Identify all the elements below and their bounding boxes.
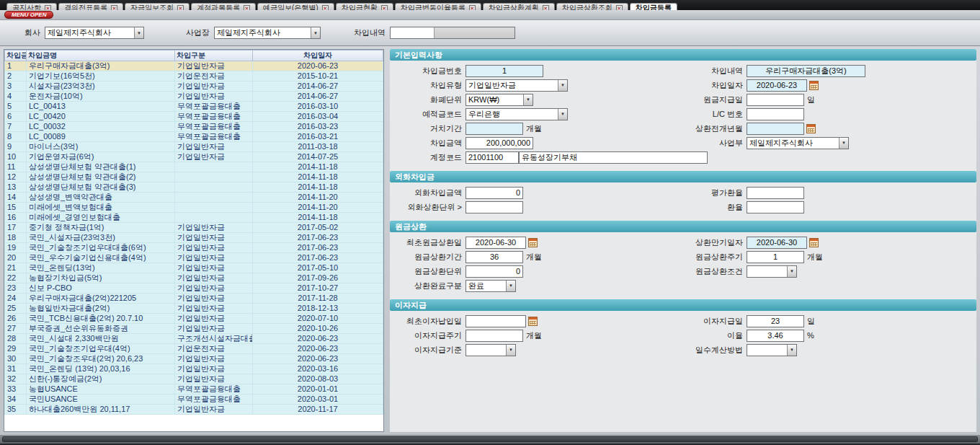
field-input[interactable] bbox=[466, 137, 533, 149]
tab-close-icon[interactable]: ✕ bbox=[244, 5, 250, 11]
tab-예금일보(은행별)[interactable]: 예금일보(은행별)✕ bbox=[257, 3, 334, 10]
tab-차입금현황[interactable]: 차입금현황✕ bbox=[336, 3, 393, 10]
tab-결의전표등록[interactable]: 결의전표등록✕ bbox=[58, 3, 123, 10]
tab-차입금상환조회[interactable]: 차입금상환조회✕ bbox=[556, 3, 628, 10]
tab-close-icon[interactable]: ✕ bbox=[543, 5, 549, 11]
table-row[interactable]: 25농협일반자금대출(2억)기업일반자금2018-12-13 bbox=[5, 304, 383, 314]
field-input[interactable] bbox=[747, 79, 807, 92]
field-input[interactable] bbox=[466, 65, 543, 77]
table-row[interactable]: 23신보 P-CBO기업일반자금2017-10-27 bbox=[5, 283, 383, 294]
tab-계정과목등록[interactable]: 계정과목등록✕ bbox=[191, 3, 256, 10]
field-input[interactable] bbox=[747, 187, 804, 199]
field-select[interactable]: 우리은행▼ bbox=[466, 108, 568, 120]
table-row[interactable]: 13삼성생명단체보험 약관대출(3)2014-11-18 bbox=[5, 182, 383, 193]
table-row[interactable]: 9마이너스(3억)기업일반자금2011-03-18 bbox=[5, 142, 383, 152]
table-row[interactable]: 6LC_00420무역포괄금융대출2016-03-04 bbox=[5, 112, 383, 122]
table-row[interactable]: 8LC_00089무역포괄금융대출2016-03-21 bbox=[5, 132, 383, 142]
field-input[interactable] bbox=[466, 265, 523, 278]
field-select[interactable]: ▼ bbox=[466, 344, 516, 356]
field-select[interactable]: 제일제지주식회사▼ bbox=[747, 137, 849, 149]
calendar-icon[interactable] bbox=[809, 81, 819, 90]
tab-close-icon[interactable]: ✕ bbox=[322, 5, 329, 11]
table-row[interactable]: 22농협장기차입금(5억)기업일반자금2017-09-26 bbox=[5, 273, 383, 283]
table-row[interactable]: 17중기청 정책자금(1억)기업일반자금2017-05-02 bbox=[5, 223, 383, 233]
column-header[interactable]: 차입구분 bbox=[175, 50, 253, 61]
table-row[interactable]: 33농협USANCE무역포괄금융대출2020-01-01 bbox=[5, 384, 383, 395]
tab-차입금상환계획[interactable]: 차입금상환계획✕ bbox=[483, 3, 555, 10]
tab-차입금등록[interactable]: 차입금등록 bbox=[630, 3, 677, 10]
field-select[interactable]: ▼ bbox=[747, 265, 797, 278]
tab-차입금변동이율등록[interactable]: 차입금변동이율등록✕ bbox=[395, 3, 481, 10]
field-input[interactable] bbox=[747, 315, 804, 327]
table-row[interactable]: 31국민_온렌딩 (13억) 20,03,16기업일반자금2020-03-16 bbox=[5, 364, 383, 374]
column-header[interactable]: 차입금명 bbox=[27, 50, 175, 61]
table-row[interactable]: 16미래에셋_경영인보험대출2014-11-18 bbox=[5, 213, 383, 223]
table-row[interactable]: 34국민USANCE무역포괄금융대출2020-03-01 bbox=[5, 395, 383, 405]
field-select[interactable]: KRW(₩)▼ bbox=[466, 94, 533, 106]
table-row[interactable]: 35하나대출260백만원 20,11,17기업일반자금2020-11-17 bbox=[5, 405, 383, 415]
field-select[interactable]: ▼ bbox=[747, 344, 797, 356]
field-input[interactable] bbox=[747, 123, 804, 135]
field-select[interactable]: 완료▼ bbox=[466, 280, 516, 292]
field-input[interactable] bbox=[466, 187, 523, 199]
table-row[interactable]: 5LC_00413무역포괄금융대출2016-03-10 bbox=[5, 102, 383, 112]
field-input[interactable] bbox=[466, 151, 519, 164]
table-row[interactable]: 26국민_TCB신용대출(2억) 20.7.10기업일반자금2020-07-10 bbox=[5, 314, 383, 324]
table-row[interactable]: 19국민_기술창조기업우대대출(6억)기업일반자금2017-06-23 bbox=[5, 243, 383, 253]
table-row[interactable]: 28국민_시설대 2,330백만원구조개선시설자금대출2020-06-23 bbox=[5, 334, 383, 344]
field-input[interactable] bbox=[466, 251, 523, 263]
loan-desc-input[interactable] bbox=[391, 27, 434, 38]
table-row[interactable]: 27부국증권_선순위유동화증권기업일반자금2020-10-26 bbox=[5, 324, 383, 334]
table-row[interactable]: 10기업운영자금(6억)기업일반자금2014-07-25 bbox=[5, 152, 383, 162]
table-row[interactable]: 11삼성생명단체보험 약관대출(1)2014-11-18 bbox=[5, 162, 383, 172]
tab-close-icon[interactable]: ✕ bbox=[381, 5, 388, 11]
column-header[interactable]: 차입일자 bbox=[253, 50, 383, 61]
field-input[interactable] bbox=[466, 201, 523, 213]
field-input[interactable] bbox=[519, 151, 708, 164]
field-input[interactable] bbox=[747, 330, 804, 342]
table-row[interactable]: 7LC_00032무역포괄금융대출2016-03-23 bbox=[5, 122, 383, 132]
tab-공지사항[interactable]: 공지사항✕ bbox=[6, 3, 57, 10]
field-input[interactable] bbox=[747, 65, 865, 77]
table-row[interactable]: 2기업기보(16억5천)기업운전자금2015-10-21 bbox=[5, 71, 383, 81]
field-label: 최초원금상환일 bbox=[390, 237, 462, 248]
table-row[interactable]: 18국민_시설자금(23억3천)기업일반자금2017-06-23 bbox=[5, 233, 383, 243]
field-input[interactable] bbox=[747, 108, 804, 120]
site-select[interactable]: 제일제지주식회사 ▼ bbox=[214, 27, 321, 39]
table-row[interactable]: 4운전자금(10억)기업일반자금2014-06-27 bbox=[5, 92, 383, 102]
table-row[interactable]: 20국민_우수기술기업신용대출(4억)기업일반자금2017-06-23 bbox=[5, 253, 383, 263]
field-input[interactable] bbox=[466, 123, 523, 135]
table-row[interactable]: 3시설자금(23억3천)기업일반자금2014-06-27 bbox=[5, 81, 383, 92]
tab-close-icon[interactable]: ✕ bbox=[177, 5, 184, 11]
table-row[interactable]: 1우리구매자금대출(3억)기업일반자금2020-06-23 bbox=[5, 61, 383, 71]
menu-open-button[interactable]: MENU OPEN bbox=[4, 11, 53, 19]
table-row[interactable]: 32신한(-)통장예금(2억)기업일반자금2020-08-03 bbox=[5, 374, 383, 384]
tab-close-icon[interactable]: ✕ bbox=[616, 5, 623, 11]
calendar-icon[interactable] bbox=[528, 238, 538, 247]
calendar-icon[interactable] bbox=[809, 238, 819, 247]
table-row[interactable]: 24우리구매자금대출(2억)221205기업일반자금2017-11-28 bbox=[5, 294, 383, 304]
table-row[interactable]: 30국민_기술창조우대(2억) 20,6,23기업일반자금2020-06-23 bbox=[5, 354, 383, 364]
table-row[interactable]: 15미래에셋_변액보험대출2014-11-20 bbox=[5, 203, 383, 213]
field-select[interactable]: 기업일반자금▼ bbox=[466, 79, 568, 92]
table-row[interactable]: 21국민_온렌딩(13억)기업일반자금2017-05-10 bbox=[5, 263, 383, 273]
table-row[interactable]: 29국민_기술창조기업우대(4억)기업운전자금2020-06-23 bbox=[5, 344, 383, 354]
tab-close-icon[interactable]: ✕ bbox=[111, 5, 117, 11]
field-input[interactable] bbox=[747, 237, 807, 249]
field-input[interactable] bbox=[466, 330, 523, 342]
column-header[interactable]: 차입금코드 bbox=[5, 50, 27, 61]
field-input[interactable] bbox=[747, 251, 804, 263]
field-input[interactable] bbox=[466, 315, 526, 327]
calendar-icon[interactable] bbox=[528, 317, 538, 326]
field-input[interactable] bbox=[747, 94, 804, 106]
horizontal-scrollbar[interactable] bbox=[2, 436, 978, 442]
table-row[interactable]: 12삼성생명단체보험 약관대출(2)2014-11-18 bbox=[5, 172, 383, 182]
calendar-icon[interactable] bbox=[806, 124, 816, 133]
tab-자금일보조회[interactable]: 자금일보조회✕ bbox=[125, 3, 190, 10]
tab-close-icon[interactable]: ✕ bbox=[469, 5, 476, 11]
table-row[interactable]: 14삼성생명_변액약관대출2014-11-20 bbox=[5, 193, 383, 203]
company-select[interactable]: 제일제지주식회사 ▼ bbox=[45, 27, 144, 39]
field-input[interactable] bbox=[466, 237, 526, 249]
field-input[interactable] bbox=[747, 201, 804, 213]
tab-close-icon[interactable]: ✕ bbox=[45, 5, 51, 11]
